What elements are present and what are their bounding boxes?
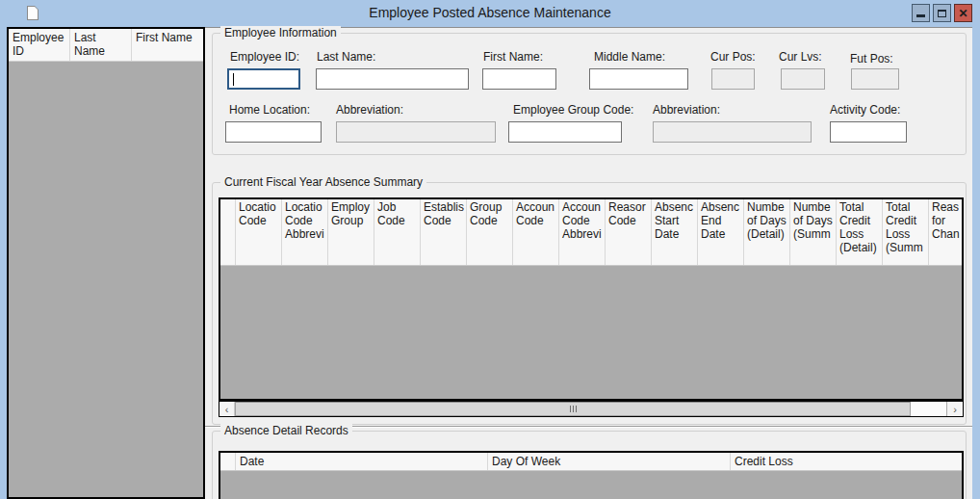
middle-name-label: Middle Name: (594, 50, 665, 64)
column-header-absence-start-date[interactable]: Absenc Start Date (652, 199, 698, 265)
scrollbar-thumb[interactable] (235, 402, 911, 416)
absence-summary-group: Current Fiscal Year Absence Summary Loca… (212, 182, 967, 425)
scrollbar-track[interactable] (911, 402, 946, 416)
home-location-field[interactable] (225, 121, 322, 143)
main-area: Employee ID Last Name First Name Employe… (0, 27, 980, 499)
column-header-account-code[interactable]: Accoun Code (513, 199, 559, 265)
row-selector-header (220, 453, 236, 470)
scrollbar-grip-icon (570, 406, 571, 412)
maximize-button[interactable] (933, 4, 951, 22)
absence-summary-title: Current Fiscal Year Absence Summary (220, 175, 426, 189)
minimize-icon (916, 14, 925, 17)
abbreviation2-field (653, 121, 812, 143)
employee-group-code-label: Employee Group Code: (513, 103, 633, 117)
employee-id-label: Employee ID: (230, 50, 299, 64)
cur-pos-label: Cur Pos: (710, 50, 756, 64)
cur-pos-field (711, 68, 755, 90)
chevron-right-icon: › (953, 404, 957, 415)
fut-pos-field (851, 68, 899, 90)
column-header-last-name[interactable]: Last Name (70, 29, 132, 61)
abbreviation-label: Abbreviation: (336, 103, 403, 117)
column-header-employee-id[interactable]: Employee ID (9, 29, 70, 61)
close-button[interactable]: ✕ (954, 4, 972, 22)
window-title: Employee Posted Absence Maintenance (0, 5, 980, 20)
column-header-number-days-summary[interactable]: Numbe of Days (Summ (790, 199, 837, 265)
last-name-label: Last Name: (317, 50, 375, 64)
cur-lvs-field (781, 68, 825, 90)
column-header-reason-for-change[interactable]: Reas for Chan (929, 199, 962, 265)
absence-detail-header: Date Day Of Week Credit Loss (220, 453, 962, 471)
column-header-reason-code[interactable]: Reasor Code (606, 199, 652, 265)
column-header-day-of-week[interactable]: Day Of Week (488, 453, 731, 470)
absence-detail-table[interactable]: Date Day Of Week Credit Loss (219, 451, 964, 499)
home-location-label: Home Location: (229, 103, 310, 117)
minimize-button[interactable] (912, 4, 930, 22)
absence-summary-body[interactable] (220, 266, 962, 399)
scroll-right-button[interactable]: › (946, 402, 963, 416)
column-header-location-code[interactable]: Locatio Code (236, 199, 282, 265)
scroll-left-button[interactable]: ‹ (219, 402, 235, 416)
first-name-label: First Name: (483, 50, 543, 64)
column-header-establishment-code[interactable]: Establis Code (421, 199, 467, 265)
column-header-absence-end-date[interactable]: Absenc End Date (698, 199, 744, 265)
column-header-credit-loss[interactable]: Credit Loss (731, 453, 962, 470)
chevron-left-icon: ‹ (225, 404, 229, 415)
employee-list-panel: Employee ID Last Name First Name (7, 27, 205, 499)
absence-detail-body[interactable] (220, 471, 962, 499)
abbreviation2-label: Abbreviation: (653, 103, 720, 117)
absence-summary-header: Locatio Code Locatio Code Abbrevi Employ… (220, 199, 962, 266)
absence-detail-group: Absence Detail Records Date Day Of Week … (212, 431, 967, 499)
employee-list-header: Employee ID Last Name First Name (9, 29, 203, 62)
middle-name-field[interactable] (589, 68, 688, 90)
content-panel: Employee Information Employee ID: Last N… (205, 27, 972, 499)
column-header-number-days-detail[interactable]: Numbe of Days (Detail) (744, 199, 790, 265)
employee-list-table[interactable]: Employee ID Last Name First Name (7, 27, 205, 499)
employee-id-field[interactable] (227, 68, 300, 90)
absence-detail-title: Absence Detail Records (220, 424, 352, 437)
column-header-location-code-abbrev[interactable]: Locatio Code Abbrevi (282, 199, 328, 265)
close-icon: ✕ (958, 7, 967, 20)
cur-lvs-label: Cur Lvs: (779, 50, 822, 64)
first-name-field[interactable] (482, 68, 556, 90)
title-bar[interactable]: Employee Posted Absence Maintenance ✕ (0, 0, 980, 27)
column-header-job-code[interactable]: Job Code (374, 199, 421, 265)
row-selector-header (220, 199, 236, 265)
fut-pos-label: Fut Pos: (850, 52, 893, 66)
last-name-field[interactable] (316, 68, 469, 90)
employee-information-group: Employee Information Employee ID: Last N… (212, 33, 967, 155)
column-header-employee-group[interactable]: Employ Group (328, 199, 374, 265)
maximize-icon (938, 10, 946, 17)
column-header-group-code[interactable]: Group Code (467, 199, 513, 265)
column-header-date[interactable]: Date (236, 453, 488, 470)
column-header-total-credit-loss-detail[interactable]: Total Credit Loss (Detail) (837, 199, 883, 265)
employee-list-body[interactable] (9, 62, 203, 497)
window-controls: ✕ (912, 4, 972, 22)
column-header-account-code-abbrev[interactable]: Accoun Code Abbrevi (559, 199, 606, 265)
abbreviation-field (336, 121, 496, 143)
column-header-first-name[interactable]: First Name (132, 29, 203, 61)
activity-code-label: Activity Code: (830, 103, 900, 117)
employee-group-code-field[interactable] (508, 121, 622, 143)
horizontal-scrollbar[interactable]: ‹ › (219, 401, 964, 417)
column-header-total-credit-loss-summary[interactable]: Total Credit Loss (Summ (883, 199, 929, 265)
employee-information-title: Employee Information (220, 26, 341, 39)
activity-code-field[interactable] (830, 121, 907, 143)
absence-summary-table[interactable]: Locatio Code Locatio Code Abbrevi Employ… (219, 197, 964, 401)
